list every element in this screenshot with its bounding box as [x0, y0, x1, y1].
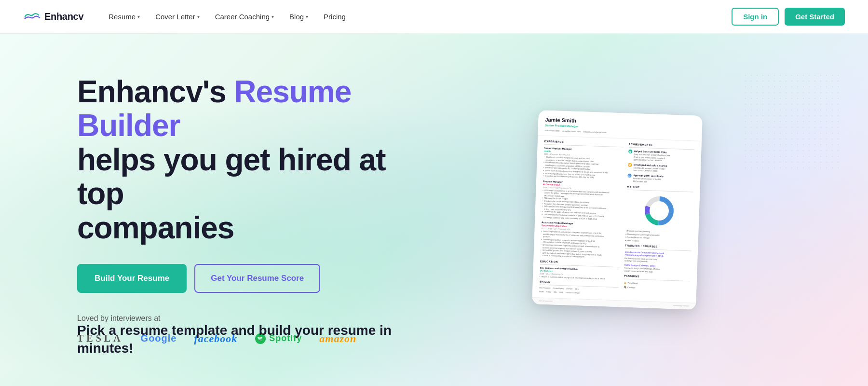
chevron-down-icon: ▾	[197, 14, 200, 19]
chevron-down-icon: ▾	[306, 14, 308, 19]
nav-item-coverletter[interactable]: Cover Letter ▾	[149, 9, 205, 25]
nav-right: Sign in Get Started	[732, 8, 845, 26]
hero-section: Enhancv's Resume Builder helps you get h…	[0, 34, 868, 386]
get-resume-score-button[interactable]: Get Your Resume Score	[194, 264, 320, 293]
svg-marker-1	[629, 150, 631, 152]
hero-content: Enhancv's Resume Builder helps you get h…	[77, 75, 405, 345]
build-resume-button[interactable]: Build Your Resume	[77, 264, 187, 293]
logo-icon	[23, 12, 41, 22]
time-donut-chart	[642, 193, 677, 228]
logo[interactable]: Enhancv	[23, 11, 83, 22]
hero-bottom-text: Pick a resume template and build your re…	[77, 322, 392, 357]
chevron-down-icon: ▾	[271, 14, 274, 19]
nav-left: Enhancv Resume ▾ Cover Letter ▾ Career C…	[23, 9, 352, 25]
logo-text: Enhancv	[44, 11, 83, 22]
nav-item-resume[interactable]: Resume ▾	[103, 9, 146, 25]
navbar: Enhancv Resume ▾ Cover Letter ▾ Career C…	[0, 0, 868, 34]
signin-button[interactable]: Sign in	[732, 8, 779, 26]
resume-card: Jamie Smith Senior Product Manager +1-00…	[532, 110, 703, 309]
nav-items: Resume ▾ Cover Letter ▾ Career Coaching …	[103, 9, 352, 25]
hero-actions: Build Your Resume Get Your Resume Score	[77, 264, 405, 293]
nav-item-blog[interactable]: Blog ▾	[284, 9, 314, 25]
nav-item-careercoaching[interactable]: Career Coaching ▾	[209, 9, 280, 25]
nav-item-pricing[interactable]: Pricing	[318, 9, 352, 25]
chevron-down-icon: ▾	[137, 14, 140, 19]
hero-title: Enhancv's Resume Builder helps you get h…	[77, 75, 405, 245]
svg-rect-4	[628, 175, 630, 176]
get-started-button[interactable]: Get Started	[785, 8, 845, 26]
resume-card-wrap: Jamie Smith Senior Product Manager +1-00…	[405, 113, 829, 307]
hero-bottom-text-wrap: Pick a resume template and build your re…	[77, 322, 392, 357]
